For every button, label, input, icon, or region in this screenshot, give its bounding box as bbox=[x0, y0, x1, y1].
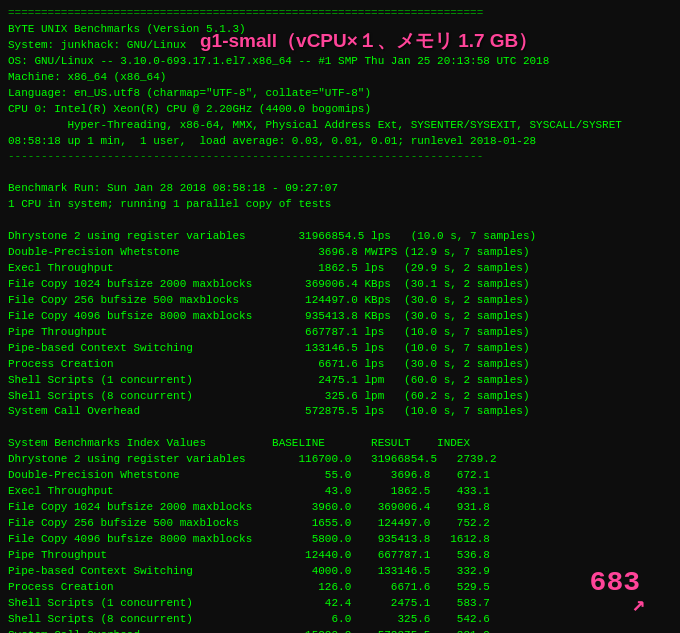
index-line-5: File Copy 4096 bufsize 8000 maxblocks 58… bbox=[8, 532, 672, 548]
benchmark-cpu-info: 1 CPU in system; running 1 parallel copy… bbox=[8, 197, 672, 213]
result-line-9: Shell Scripts (1 concurrent) 2475.1 lpm … bbox=[8, 373, 672, 389]
result-line-5: File Copy 4096 bufsize 8000 maxblocks 93… bbox=[8, 309, 672, 325]
result-line-3: File Copy 1024 bufsize 2000 maxblocks 36… bbox=[8, 277, 672, 293]
top-border: ========================================… bbox=[8, 6, 672, 22]
system-line-5: CPU 0: Intel(R) Xeon(R) CPU @ 2.20GHz (4… bbox=[8, 102, 672, 118]
terminal-window: g1-small（vCPU×１、メモリ 1.7 GB） 683 ↗ ======… bbox=[0, 0, 680, 633]
index-header: System Benchmarks Index Values BASELINE … bbox=[8, 436, 672, 452]
index-line-8: Process Creation 126.0 6671.6 529.5 bbox=[8, 580, 672, 596]
system-line-7: 08:58:18 up 1 min, 1 user, load average:… bbox=[8, 134, 672, 150]
result-line-6: Pipe Throughput 667787.1 lps (10.0 s, 7 … bbox=[8, 325, 672, 341]
overlay-title: g1-small（vCPU×１、メモリ 1.7 GB） bbox=[200, 28, 537, 54]
index-line-9: Shell Scripts (1 concurrent) 42.4 2475.1… bbox=[8, 596, 672, 612]
index-line-4: File Copy 256 bufsize 500 maxblocks 1655… bbox=[8, 516, 672, 532]
result-line-7: Pipe-based Context Switching 133146.5 lp… bbox=[8, 341, 672, 357]
system-line-4: Language: en_US.utf8 (charmap="UTF-8", c… bbox=[8, 86, 672, 102]
index-line-7: Pipe-based Context Switching 4000.0 1331… bbox=[8, 564, 672, 580]
result-line-11: System Call Overhead 572875.5 lps (10.0 … bbox=[8, 404, 672, 420]
empty-line-2 bbox=[8, 213, 672, 229]
index-line-1: Double-Precision Whetstone 55.0 3696.8 6… bbox=[8, 468, 672, 484]
system-line-3: Machine: x86_64 (x86_64) bbox=[8, 70, 672, 86]
index-line-3: File Copy 1024 bufsize 2000 maxblocks 39… bbox=[8, 500, 672, 516]
arrow-icon: ↗ bbox=[632, 591, 645, 618]
system-line-2: OS: GNU/Linux -- 3.10.0-693.17.1.el7.x86… bbox=[8, 54, 672, 70]
index-line-10: Shell Scripts (8 concurrent) 6.0 325.6 5… bbox=[8, 612, 672, 628]
index-line-0: Dhrystone 2 using register variables 116… bbox=[8, 452, 672, 468]
result-line-4: File Copy 256 bufsize 500 maxblocks 1244… bbox=[8, 293, 672, 309]
separator-1: ----------------------------------------… bbox=[8, 149, 672, 165]
index-line-11: System Call Overhead 15000.0 572875.5 38… bbox=[8, 628, 672, 633]
result-line-2: Execl Throughput 1862.5 lps (29.9 s, 2 s… bbox=[8, 261, 672, 277]
benchmark-run-header: Benchmark Run: Sun Jan 28 2018 08:58:18 … bbox=[8, 181, 672, 197]
index-line-6: Pipe Throughput 12440.0 667787.1 536.8 bbox=[8, 548, 672, 564]
index-line-2: Execl Throughput 43.0 1862.5 433.1 bbox=[8, 484, 672, 500]
result-line-10: Shell Scripts (8 concurrent) 325.6 lpm (… bbox=[8, 389, 672, 405]
empty-line-1 bbox=[8, 165, 672, 181]
result-line-8: Process Creation 6671.6 lps (30.0 s, 2 s… bbox=[8, 357, 672, 373]
result-line-0: Dhrystone 2 using register variables 319… bbox=[8, 229, 672, 245]
empty-line-3 bbox=[8, 420, 672, 436]
system-line-6: Hyper-Threading, x86-64, MMX, Physical A… bbox=[8, 118, 672, 134]
result-line-1: Double-Precision Whetstone 3696.8 MWIPS … bbox=[8, 245, 672, 261]
